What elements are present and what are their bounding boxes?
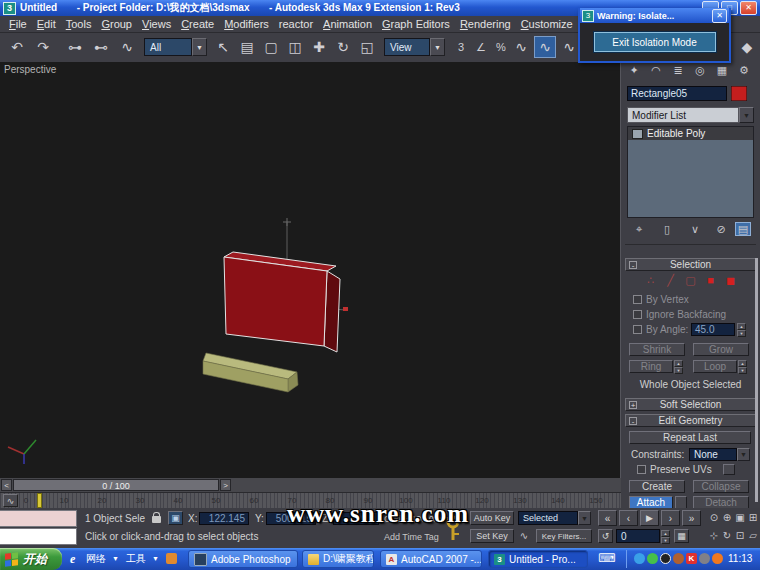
window-crossing-icon[interactable]: ◫ — [284, 36, 306, 58]
remove-modifier-icon[interactable]: ⊘ — [713, 222, 729, 237]
region-zoom-icon[interactable]: ⊡ — [734, 529, 746, 542]
menu-modifiers[interactable]: Modifiers — [219, 17, 274, 31]
tray-input-icon[interactable] — [673, 553, 684, 564]
modifier-stack[interactable]: Editable Poly — [627, 126, 754, 218]
menu-views[interactable]: Views — [137, 17, 176, 31]
tray-qq-icon[interactable] — [660, 553, 671, 564]
maxscript-listener-white[interactable] — [0, 528, 77, 545]
quicklaunch-tools-menu[interactable]: 工具 — [126, 552, 146, 566]
object-color-swatch[interactable] — [731, 86, 747, 101]
configure-modifier-sets-icon[interactable]: ▤ — [735, 222, 751, 236]
shrink-button[interactable]: Shrink — [629, 343, 685, 356]
slider-left-arrow-icon[interactable]: < — [1, 479, 12, 491]
set-key-button[interactable]: Set Key — [470, 529, 514, 543]
menu-edit[interactable]: Edit — [32, 17, 61, 31]
modifier-list-arrow-icon[interactable]: ▼ — [739, 107, 754, 123]
menu-create[interactable]: Create — [176, 17, 219, 31]
menu-reactor[interactable]: reactor — [274, 17, 318, 31]
task-autocad[interactable]: A AutoCAD 2007 -... — [380, 550, 482, 568]
add-time-tag[interactable]: Add Time Tag — [384, 532, 439, 542]
tray-downloader-icon[interactable] — [712, 553, 723, 564]
clock[interactable]: 11:13 — [728, 553, 752, 564]
menu-graph-editors[interactable]: Graph Editors — [377, 17, 455, 31]
menu-rendering[interactable]: Rendering — [455, 17, 516, 31]
reference-coordinate-dropdown[interactable]: View — [384, 38, 430, 56]
tray-messenger-icon[interactable] — [634, 553, 645, 564]
constraints-arrow-icon[interactable]: ▼ — [737, 448, 750, 461]
zoom-icon[interactable]: ⊙ — [708, 511, 720, 524]
olive-box-object[interactable] — [203, 353, 298, 392]
subobject-polygon-icon[interactable]: ■ — [703, 274, 718, 287]
min-max-toggle-icon[interactable]: ▱ — [747, 529, 759, 542]
absolute-mode-toggle-icon[interactable]: ▣ — [168, 511, 183, 525]
x-coordinate-field[interactable]: 122.145 — [199, 512, 249, 525]
zoom-extents-icon[interactable]: ▣ — [734, 511, 746, 524]
subobject-element-icon[interactable]: ◼ — [723, 274, 738, 287]
select-link-icon[interactable]: ⊶ — [64, 36, 86, 58]
go-to-start-icon[interactable]: « — [598, 510, 617, 526]
ring-spinner[interactable]: ▲▼ — [674, 360, 683, 372]
loop-button[interactable]: Loop — [693, 360, 737, 373]
snap-toggle-icon[interactable]: 3 — [450, 36, 472, 58]
select-rotate-icon[interactable]: ↻ — [332, 36, 354, 58]
tab-utilities-icon[interactable]: ⚙ — [733, 62, 755, 79]
unlink-icon[interactable]: ⊷ — [90, 36, 112, 58]
mini-curve-editor-icon[interactable]: ∿ — [3, 494, 18, 507]
time-slider[interactable]: < 0 / 100 > — [0, 478, 621, 493]
tab-display-icon[interactable]: ▦ — [711, 62, 733, 79]
stack-item-editable-poly[interactable]: Editable Poly — [628, 127, 753, 140]
key-mode-toggle-icon[interactable]: ↺ — [598, 529, 613, 543]
create-button[interactable]: Create — [629, 480, 685, 493]
pan-icon[interactable]: ⊹ — [708, 529, 720, 542]
bind-spacewarp-icon[interactable]: ∿ — [116, 36, 138, 58]
modifier-list-dropdown[interactable]: Modifier List — [627, 107, 739, 123]
angle-snap-icon[interactable]: ∠ — [470, 36, 492, 58]
keyable-dropdown-arrow-icon[interactable]: ▼ — [578, 511, 591, 525]
ignore-backfacing-checkbox[interactable] — [633, 310, 642, 319]
red-box-object[interactable] — [224, 252, 340, 352]
go-to-end-icon[interactable]: » — [682, 510, 701, 526]
slider-right-arrow-icon[interactable]: > — [220, 479, 231, 491]
menu-animation[interactable]: Animation — [318, 17, 377, 31]
subobject-vertex-icon[interactable]: ∴ — [643, 274, 658, 287]
exit-isolation-button[interactable]: Exit Isolation Mode — [594, 32, 716, 52]
collapse-button[interactable]: Collapse — [693, 480, 749, 493]
tab-motion-icon[interactable]: ◎ — [689, 62, 711, 79]
select-scale-icon[interactable]: ◱ — [356, 36, 378, 58]
angle-spinner[interactable]: ▲▼ — [737, 323, 746, 335]
preserve-uvs-checkbox[interactable] — [637, 465, 646, 474]
previous-frame-icon[interactable]: ‹ — [619, 510, 638, 526]
ring-button[interactable]: Ring — [629, 360, 673, 373]
subobject-border-icon[interactable]: ▢ — [683, 274, 698, 287]
quicklaunch-net-menu[interactable]: 网络 — [86, 552, 106, 566]
pin-stack-icon[interactable]: ⌖ — [631, 222, 647, 237]
soft-selection-rollout-header[interactable]: + Soft Selection — [625, 398, 756, 411]
menu-group[interactable]: Group — [96, 17, 137, 31]
select-object-icon[interactable]: ↖ — [212, 36, 234, 58]
make-unique-icon[interactable]: ∨ — [687, 222, 703, 237]
play-button-icon[interactable]: ▶ — [640, 510, 659, 526]
object-name-field[interactable]: Rectangle05 — [627, 86, 727, 101]
rect-selection-region-icon[interactable]: ▢ — [260, 36, 282, 58]
menu-customize[interactable]: Customize — [516, 17, 578, 31]
edit-geometry-rollout-header[interactable]: - Edit Geometry — [625, 414, 756, 427]
tab-modify-icon[interactable]: ◠ — [645, 62, 667, 79]
preserve-uvs-settings-button[interactable] — [723, 464, 735, 475]
align-icon[interactable]: ∿ — [558, 36, 580, 58]
tray-antivirus-icon[interactable] — [647, 553, 658, 564]
select-move-icon[interactable]: ✚ — [308, 36, 330, 58]
show-end-result-icon[interactable]: ▯ — [659, 222, 675, 237]
tray-player-icon[interactable] — [699, 553, 710, 564]
start-button[interactable]: 开始 — [0, 548, 62, 570]
keyable-dropdown[interactable]: Selected — [518, 511, 578, 525]
time-configuration-icon[interactable]: ▦ — [674, 529, 689, 543]
task-3dsmax-active[interactable]: 3 Untitled - Pro... — [488, 550, 588, 568]
task-folder[interactable]: D:\啸聚教程 — [302, 550, 374, 568]
language-keyboard-icon[interactable]: ⌨ — [598, 551, 615, 565]
grow-button[interactable]: Grow — [693, 343, 749, 356]
tools-dropdown-icon[interactable]: ▼ — [152, 555, 159, 562]
net-dropdown-icon[interactable]: ▼ — [112, 555, 119, 562]
render-icon[interactable]: ◆ — [736, 36, 758, 58]
dialog-close-icon[interactable]: ✕ — [712, 9, 727, 23]
close-button[interactable]: ✕ — [740, 1, 757, 15]
